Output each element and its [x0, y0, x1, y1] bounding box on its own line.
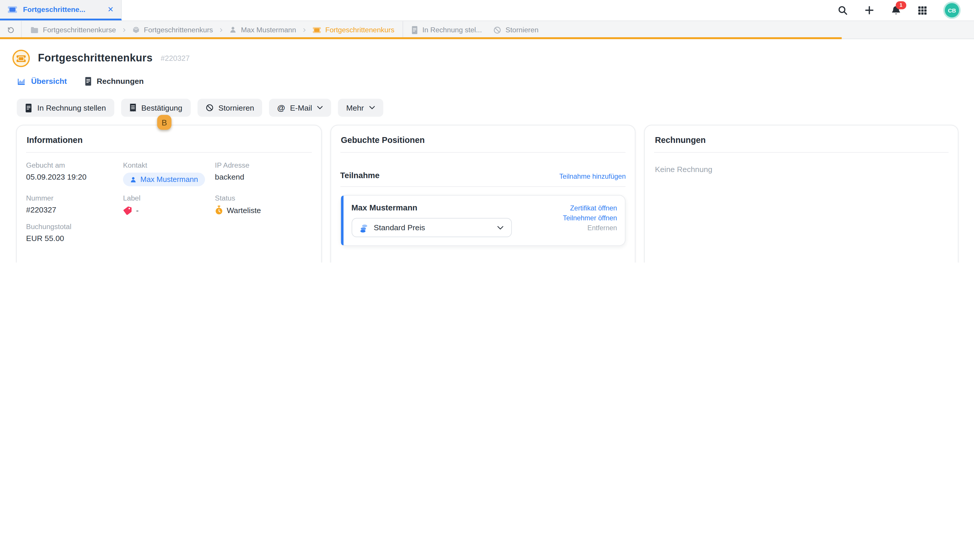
close-icon[interactable]: ✕	[107, 5, 113, 13]
mehr-button[interactable]: Mehr	[338, 99, 383, 117]
rechnungen-empty-text: Keine Rechnung	[655, 165, 948, 174]
cancel-circle-icon	[205, 103, 213, 112]
teilnahme-hinzufuegen-link[interactable]: Teilnahme hinzufügen	[559, 173, 626, 180]
right-column: Rechnungen Keine Rechnung Notizen Teilne…	[644, 125, 959, 263]
content-columns: Informationen Gebucht am 05.09.2023 19:2…	[16, 125, 958, 263]
chevron-right-icon	[122, 27, 127, 33]
card-title: Rechnungen	[654, 133, 949, 152]
page-header: Fortgeschrittenenkurs #220327	[13, 50, 974, 67]
notification-count-badge: 1	[896, 1, 906, 9]
main-content: Fortgeschrittenenkurs #220327 Übersicht …	[0, 50, 974, 263]
divider	[26, 152, 312, 153]
chevron-right-icon	[302, 27, 307, 33]
page-title: Fortgeschrittenenkurs	[38, 52, 153, 65]
divider	[654, 152, 948, 153]
stornieren-button[interactable]: Stornieren	[197, 99, 262, 117]
teilnehmer-oeffnen-link[interactable]: Teilnehmer öffnen	[563, 214, 617, 222]
booking-ticket-icon	[13, 50, 30, 67]
page-tabs: Übersicht Rechnungen	[17, 77, 974, 86]
participant-links: Zertifikat öffnen Teilnehmer öffnen Entf…	[563, 202, 617, 237]
quick-action-in-rechnung-stellen[interactable]: In Rechnung stel...	[405, 26, 487, 34]
receipt-icon	[129, 103, 137, 112]
topbar: Fortgeschrittene... ✕ 1 CB	[0, 0, 974, 20]
browser-tab[interactable]: Fortgeschrittene... ✕	[0, 0, 122, 20]
breadcrumb-item-fortgeschrittenenkurs[interactable]: Fortgeschrittenenkurs	[127, 26, 218, 34]
in-rechnung-stellen-button[interactable]: In Rechnung stellen	[17, 99, 114, 117]
avatar[interactable]: CB	[945, 3, 959, 17]
apps-grid-icon[interactable]	[917, 5, 927, 15]
divider	[402, 21, 403, 39]
tab-rechnungen[interactable]: Rechnungen	[84, 77, 143, 86]
gebuchte-positionen-card: Gebuchte Positionen Teilnahme Teilnahme …	[330, 125, 635, 263]
stopwatch-icon	[215, 205, 223, 215]
field-status: Status Warteliste	[215, 195, 312, 215]
contact-chip[interactable]: Max Mustermann	[123, 173, 205, 186]
keyboard-shortcut-hint: B	[157, 115, 172, 130]
invoice-document-icon	[84, 77, 92, 86]
tab-uebersicht[interactable]: Übersicht	[17, 77, 67, 86]
bestaetigung-button[interactable]: Bestätigung	[121, 99, 190, 117]
card-title: Gebuchte Positionen	[340, 133, 626, 152]
quick-action-stornieren[interactable]: Stornieren	[487, 26, 544, 34]
notifications-bell-icon[interactable]: 1	[891, 5, 901, 16]
ticket-icon	[8, 5, 17, 13]
field-gebucht-am: Gebucht am 05.09.2023 19:20	[26, 162, 123, 186]
entfernen-link[interactable]: Entfernen	[587, 224, 617, 232]
breadcrumb-item-fortgeschrittenenkurse[interactable]: Fortgeschrittenenkurse	[22, 26, 122, 34]
chevron-down-icon	[317, 106, 323, 110]
history-icon[interactable]	[0, 21, 22, 39]
field-kontakt: Kontakt Max Mustermann	[123, 162, 215, 186]
divider	[340, 152, 626, 153]
add-icon[interactable]	[864, 5, 874, 15]
zertifikat-oeffnen-link[interactable]: Zertifikat öffnen	[570, 204, 617, 212]
person-icon	[130, 176, 137, 183]
invoice-document-icon	[25, 103, 32, 112]
teilnahme-section-header: Teilnahme Teilnahme hinzufügen	[340, 171, 626, 186]
field-buchungstotal: Buchungstotal EUR 55.00	[26, 223, 312, 243]
info-grid: Gebucht am 05.09.2023 19:20 Kontakt Max …	[26, 162, 312, 243]
field-ip-adresse: IP Adresse backend	[215, 162, 312, 186]
tag-icon	[123, 205, 132, 215]
at-sign-icon: @	[277, 103, 285, 112]
invoice-document-icon	[411, 26, 418, 34]
coins-icon	[359, 223, 368, 233]
participant-name: Max Mustermann	[352, 203, 512, 212]
booking-number: #220327	[161, 54, 190, 63]
search-icon[interactable]	[837, 5, 848, 15]
angebot-section-header: Angebot Öffnen	[25, 261, 312, 263]
chevron-down-icon	[369, 106, 375, 110]
divider	[340, 186, 626, 187]
folder-icon	[30, 27, 39, 33]
toolbar: In Rechnung stellen Bestätigung Stornier…	[17, 99, 974, 117]
participant-card: Max Mustermann Standard Preis Zertifikat…	[340, 195, 626, 246]
email-button[interactable]: @ E-Mail	[269, 99, 331, 117]
topbar-actions: 1 CB	[837, 0, 974, 20]
card-title: Informationen	[25, 133, 312, 152]
ticket-icon	[312, 27, 321, 33]
price-select[interactable]: Standard Preis	[352, 218, 512, 237]
rechnungen-card: Rechnungen Keine Rechnung	[644, 125, 959, 263]
app-window: Fortgeschrittene... ✕ 1 CB F	[0, 0, 974, 263]
loading-progress-bar	[0, 37, 842, 39]
cancel-circle-icon	[493, 26, 501, 34]
informationen-card: Informationen Gebucht am 05.09.2023 19:2…	[16, 125, 322, 263]
area-chart-icon	[17, 77, 26, 85]
tab-title: Fortgeschrittene...	[23, 5, 102, 13]
chevron-right-icon	[218, 27, 223, 33]
breadcrumb-item-current[interactable]: Fortgeschrittenenkurs	[307, 26, 400, 34]
field-label: Label -	[123, 195, 215, 215]
field-nummer: Nummer #220327	[26, 195, 123, 215]
package-icon	[132, 26, 140, 34]
person-icon	[229, 26, 237, 34]
breadcrumb: Fortgeschrittenenkurse Fortgeschrittenen…	[0, 20, 974, 39]
breadcrumb-item-max-mustermann[interactable]: Max Mustermann	[223, 26, 302, 34]
chevron-down-icon	[497, 225, 504, 230]
